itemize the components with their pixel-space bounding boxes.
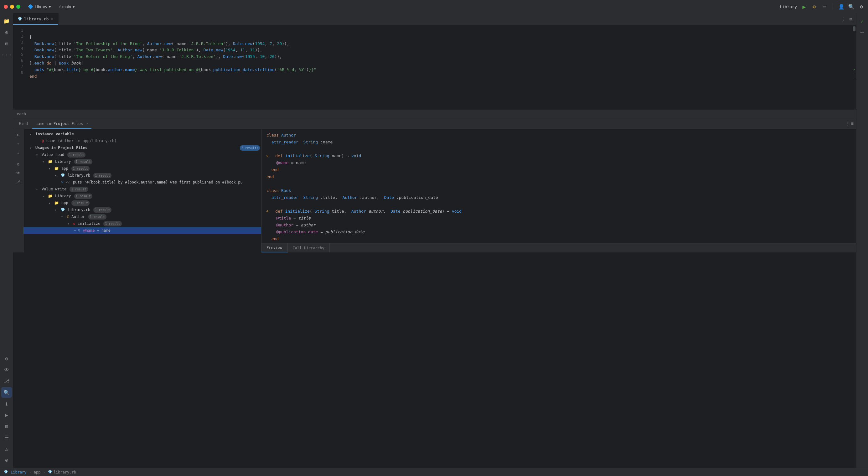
- preview-line-title-assign: @title = title: [267, 215, 851, 222]
- close-button[interactable]: [4, 5, 8, 9]
- panel-tab-close-icon[interactable]: ✕: [86, 122, 88, 125]
- expand-vr-app-icon: ▾: [49, 166, 53, 171]
- find-up-icon[interactable]: ↑: [14, 139, 22, 148]
- user-icon[interactable]: 👤: [839, 4, 844, 9]
- find-settings-icon[interactable]: ⚙: [14, 160, 22, 168]
- content-area: 💎 library.rb ✕ ⋮ ⊟ 1 2 3 4 5 6 7: [13, 13, 856, 468]
- right-icon-activity[interactable]: 〜: [857, 28, 868, 38]
- status-file[interactable]: 💎 library.rb: [48, 470, 76, 474]
- tree-vw-app[interactable]: ▾ 📁 app 1 result: [24, 199, 261, 207]
- search-icon[interactable]: 🔍: [848, 4, 854, 9]
- status-library[interactable]: Library: [11, 470, 27, 474]
- minimize-button[interactable]: [10, 5, 14, 9]
- status-app[interactable]: app: [34, 470, 41, 474]
- sidebar-item-settings[interactable]: ⚙: [1, 353, 12, 364]
- sidebar-item-structure[interactable]: ⊞: [1, 38, 12, 49]
- tree-value-read[interactable]: ▾ Value read 1 result: [24, 151, 261, 158]
- preview-tab-call-hierarchy[interactable]: Call Hierarchy: [288, 243, 330, 252]
- project-icon: 🔷: [28, 4, 33, 9]
- right-sidebar: ✓ 〜: [856, 13, 868, 468]
- more-button[interactable]: ⋯: [822, 4, 827, 9]
- sidebar-item-terminal[interactable]: ⊙: [1, 455, 12, 465]
- tab-close-button[interactable]: ✕: [51, 16, 54, 22]
- vw-library-folder-icon: 📁: [48, 193, 53, 199]
- project-button[interactable]: 🔷 Library ▾: [25, 3, 54, 10]
- separator: [833, 3, 833, 10]
- preview-line-attr-reader: attr_reader String :name: [267, 139, 851, 146]
- tab-settings-icon[interactable]: ⊟: [848, 16, 854, 22]
- file-ruby-icon: 💎: [18, 17, 22, 21]
- sidebar-item-info[interactable]: ℹ: [1, 398, 12, 409]
- find-refresh-icon[interactable]: ↻: [14, 131, 22, 139]
- sidebar-item-bookmark[interactable]: ☰: [1, 432, 12, 443]
- vr-library-label: Library: [55, 159, 71, 164]
- status-project[interactable]: 💎: [4, 470, 8, 474]
- vw-ruby-icon: 💎: [60, 207, 65, 213]
- sidebar-item-collapse[interactable]: ⊟: [1, 421, 12, 432]
- status-filename: library.rb: [54, 470, 76, 474]
- code-editor[interactable]: 1 2 3 4 5 6 7 8 [ Book.new( title 'The F…: [13, 25, 856, 109]
- vw-app-count: 1 result: [71, 200, 90, 206]
- find-result-tree[interactable]: ▾ Instance variable @ name (Author in ap…: [24, 129, 261, 252]
- settings-icon[interactable]: ⚙: [859, 4, 864, 9]
- find-vcs-icon[interactable]: ⎇: [14, 178, 22, 186]
- branch-button[interactable]: ⑂ main ▾: [56, 3, 78, 10]
- run-button[interactable]: ▶: [801, 4, 807, 9]
- vr-rb-count: 1 result: [93, 173, 112, 178]
- vr-app-count: 1 result: [71, 166, 90, 171]
- preview-tab-preview[interactable]: Preview: [261, 243, 288, 252]
- tree-vr-app[interactable]: ▾ 📁 app 1 result: [24, 165, 261, 172]
- sidebar-item-files[interactable]: 📁: [1, 15, 12, 26]
- panel-tab-name-in-project[interactable]: name in Project Files ✕: [32, 118, 91, 129]
- tree-vr-library-rb[interactable]: ▾ 💎 library.rb 1 result: [24, 172, 261, 179]
- call-hierarchy-tab-label: Call Hierarchy: [293, 246, 324, 250]
- value-write-label: Value write: [42, 186, 66, 192]
- maximize-button[interactable]: [16, 5, 20, 9]
- tree-group-instance-variable[interactable]: ▾ Instance variable: [24, 131, 261, 137]
- tree-vw-initialize[interactable]: ▾ ⊙ initialize 1 result: [24, 220, 261, 227]
- panel-more-icon[interactable]: ⋮: [845, 121, 849, 126]
- panel-collapse-icon[interactable]: ⊟: [851, 121, 854, 126]
- tree-vr-line27[interactable]: ↪ 27 puts "#{book.title} by #{book.autho…: [24, 179, 261, 186]
- sidebar-item-more[interactable]: • • •: [1, 50, 12, 60]
- code-preview-container: class Author attr_reader String :name ⊙ …: [261, 129, 856, 252]
- expand-usages-icon: ▾: [30, 146, 34, 150]
- expand-vw-rb-icon: ▾: [55, 208, 59, 212]
- tree-vw-author[interactable]: ▾ © Author 1 result: [24, 213, 261, 220]
- tree-vw-library[interactable]: ▾ 📁 Library 1 result: [24, 193, 261, 199]
- code-preview[interactable]: class Author attr_reader String :name ⊙ …: [261, 129, 856, 243]
- tree-value-write[interactable]: ▾ Value write 1 result: [24, 186, 261, 193]
- tab-bar-right: ⋮ ⊟: [841, 16, 856, 22]
- sidebar-item-eye[interactable]: 👁: [1, 364, 12, 375]
- author-count: 1 result: [88, 214, 106, 220]
- tree-usages-group[interactable]: ▾ Usages in Project Files 2 results: [24, 145, 261, 151]
- find-down-icon[interactable]: ↓: [14, 148, 22, 156]
- debug-button[interactable]: ⚙: [811, 4, 817, 9]
- main-layout: 📁 ⊙ ⊞ • • • ⚙ 👁 ⎇ 🔍 ℹ ▶ ⊟ ☰ ⚠ ⊙ 💎 librar…: [0, 13, 868, 468]
- sidebar-item-problems[interactable]: ⚠: [1, 443, 12, 454]
- project-chevron: ▾: [49, 4, 51, 9]
- run-config-label: Library: [780, 4, 797, 9]
- sidebar-item-commits[interactable]: ⊙: [1, 27, 12, 38]
- find-panel: ▾ Instance variable @ name (Author in ap…: [24, 129, 261, 252]
- vr-line-content: puts "#{book.title} by #{book.author.nam…: [73, 180, 243, 185]
- preview-tab-label: Preview: [267, 246, 282, 250]
- tree-name-item[interactable]: @ name (Author in app/library.rb): [24, 137, 261, 145]
- sidebar-item-run[interactable]: ▶: [1, 410, 12, 420]
- tab-library-rb[interactable]: 💎 library.rb ✕: [13, 13, 59, 25]
- gutter-check-icon: ✓: [853, 67, 856, 72]
- tree-vw-library-rb[interactable]: ▾ 💎 library.rb 1 result: [24, 207, 261, 213]
- preview-code: class Author attr_reader String :name ⊙ …: [261, 132, 856, 243]
- find-eye-icon[interactable]: 👁: [14, 169, 22, 177]
- tree-vw-line8[interactable]: ↪ 8 @name = name: [24, 227, 261, 234]
- name-in-project-label: name in Project Files: [35, 122, 83, 126]
- tab-more-icon[interactable]: ⋮: [841, 16, 847, 22]
- right-icon-check[interactable]: ✓: [857, 15, 868, 26]
- sidebar-item-vcs[interactable]: ⎇: [1, 376, 12, 386]
- code-content[interactable]: [ Book.new( title 'The Fellowship of the…: [26, 25, 852, 109]
- panel-tab-find[interactable]: Find: [16, 118, 31, 129]
- tree-vr-library[interactable]: ▾ 📁 Library 1 result: [24, 158, 261, 165]
- editor-scrollbar-thumb[interactable]: [853, 26, 856, 31]
- sidebar-item-search[interactable]: 🔍: [1, 387, 12, 398]
- vw-library-count: 1 result: [74, 193, 92, 199]
